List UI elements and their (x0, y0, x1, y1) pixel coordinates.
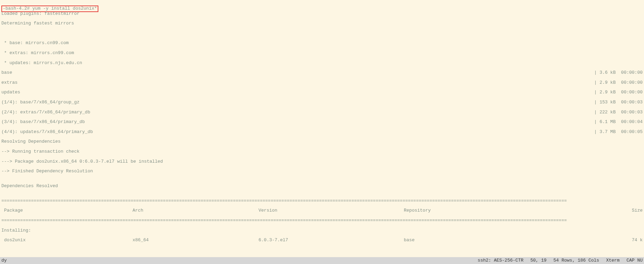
repo-row: (3/4): base/7/x86_64/primary_db| 6.1 MB … (1, 120, 643, 124)
status-term: Xterm (606, 258, 619, 263)
output-line: --> Finished Dependency Resolution (1, 169, 643, 174)
output-line: Dependencies Resolved (1, 184, 643, 189)
table-header: PackageArchVersionRepositorySize (1, 208, 643, 213)
repo-row: (4/4): updates/7/x86_64/primary_db| 3.7 … (1, 130, 643, 134)
terminal-output[interactable]: -bash-4.2# yum -y install dos2unix* Load… (0, 0, 644, 257)
divider: ========================================… (1, 218, 643, 223)
divider: ========================================… (1, 199, 643, 203)
output-line: Determining fastest mirrors (1, 21, 643, 26)
output-line: * updates: mirrors.nju.edu.cn (1, 61, 643, 65)
status-position: 50, 19 (530, 258, 547, 263)
output-line: ---> Package dos2unix.x86_64 0:6.0.3-7.e… (1, 159, 643, 164)
status-left: dy (1, 258, 478, 263)
command-text: -bash-4.2# yum -y install dos2unix* (3, 6, 97, 11)
status-connection: ssh2: AES-256-CTR (478, 258, 524, 263)
output-line: * base: mirrors.cn99.com (1, 41, 643, 45)
installing-label: Installing: (1, 228, 643, 233)
output-line: --> Running transaction check (1, 149, 643, 154)
status-bar: dy ssh2: AES-256-CTR 50, 19 54 Rows, 186… (0, 257, 644, 264)
repo-row: extras| 2.9 kB 00:00:00 (1, 80, 643, 85)
repo-row: (1/4): base/7/x86_64/group_gz| 153 kB 00… (1, 100, 643, 105)
table-row: dos2unixx86_646.0.3-7.el7base74 k (1, 238, 643, 243)
status-cap: CAP NU (626, 258, 643, 263)
repo-row: updates| 2.9 kB 00:00:00 (1, 90, 643, 95)
repo-row: base| 3.6 kB 00:00:00 (1, 70, 643, 75)
status-size: 54 Rows, 186 Cols (554, 258, 599, 263)
output-line: Loaded plugins: fastestmirror (1, 11, 643, 16)
repo-row: (2/4): extras/7/x86_64/primary_db| 222 k… (1, 110, 643, 115)
output-line: Resolving Dependencies (1, 139, 643, 144)
output-line (1, 248, 643, 253)
output-line: * extras: mirrors.cn99.com (1, 51, 643, 55)
